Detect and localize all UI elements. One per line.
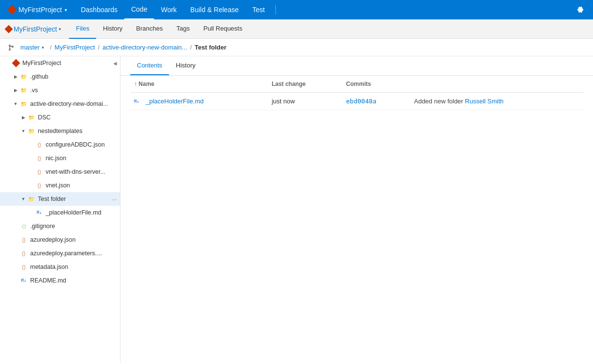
tab-tags[interactable]: Tags (169, 19, 196, 39)
tree-item-nic[interactable]: {} nic.json (0, 151, 120, 165)
tree-item-gitignore[interactable]: ⬡ .gitignore (0, 219, 120, 233)
top-nav-links: Dashboards Code Work Build & Release Tes… (74, 0, 271, 19)
placeholder-file-icon: M↓ (35, 208, 44, 217)
metadata-file-icon: {} (19, 263, 28, 271)
svg-point-1 (9, 49, 11, 50)
nav-separator (275, 5, 276, 15)
content-area: Contents History ↑ Name Last change Comm… (120, 56, 593, 363)
tab-files[interactable]: Files (69, 19, 96, 39)
azuredeploy-params-file-icon: {} (19, 249, 28, 258)
tree-item-readme[interactable]: M↓ README.md (0, 274, 120, 287)
breadcrumb-separator-2: / (98, 44, 100, 51)
branch-icon (8, 44, 15, 51)
azuredeploy-params-expand-icon (12, 249, 19, 257)
breadcrumb-project-link[interactable]: MyFirstProject (54, 44, 95, 51)
main-layout: ◀ MyFirstProject ▶ 📁 .github ▶ 📁 .vs ▼ 📁… (0, 56, 593, 363)
configureADBDC-label: configureADBDC.json (46, 141, 120, 148)
file-name-link[interactable]: M↓_placeHolderFile.md (134, 98, 264, 105)
breadcrumb-separator-1: / (50, 44, 52, 51)
branch-chevron-icon: ▾ (42, 45, 44, 50)
tab-branches[interactable]: Branches (129, 19, 169, 39)
tree-item-vs[interactable]: ▶ 📁 .vs (0, 83, 120, 97)
nav-dashboards[interactable]: Dashboards (74, 0, 124, 19)
vs-label: .vs (30, 87, 120, 94)
project-chevron-icon: ▾ (59, 27, 61, 32)
tree-root-label: MyFirstProject (22, 60, 120, 66)
nav-code[interactable]: Code (124, 0, 154, 19)
gear-icon (576, 6, 584, 14)
tree-item-active-directory[interactable]: ▼ 📁 active-directory-new-domai... (0, 97, 120, 111)
content-tab-history[interactable]: History (169, 56, 202, 75)
dsc-expand-icon: ▶ (19, 114, 27, 121)
content-tab-contents[interactable]: Contents (130, 56, 169, 75)
azuredeploy-params-label: azuredeploy.parameters.... (30, 250, 120, 257)
readme-expand-icon (12, 277, 19, 284)
tree-item-azuredeploy-params[interactable]: {} azuredeploy.parameters.... (0, 247, 120, 260)
project-dropdown-icon[interactable]: ▾ (65, 7, 67, 13)
commit-message: Added new folder (414, 98, 463, 105)
second-navigation: MyFirstProject ▾ Files History Branches … (0, 19, 593, 39)
nav-work[interactable]: Work (154, 0, 183, 19)
file-table-body: M↓_placeHolderFile.mdjust nowebd0048aAdd… (130, 93, 583, 110)
table-row: M↓_placeHolderFile.mdjust nowebd0048aAdd… (130, 93, 583, 110)
settings-button[interactable] (572, 0, 589, 19)
top-navigation: MyFirstProject ▾ Dashboards Code Work Bu… (0, 0, 593, 19)
second-nav-tabs: Files History Branches Tags Pull Request… (69, 19, 249, 39)
project-selector[interactable]: MyFirstProject ▾ (4, 0, 72, 19)
breadcrumb-current: Test folder (195, 44, 227, 51)
project-logo-icon (7, 5, 17, 15)
branch-name: master (20, 44, 40, 51)
commit-hash-link[interactable]: ebd0048a (346, 98, 377, 105)
tree-item-configureADBDC[interactable]: {} configureADBDC.json (0, 138, 120, 151)
file-commit-message-cell: Added new folder Russell Smith (410, 93, 583, 110)
branch-selector[interactable]: master ▾ (17, 43, 47, 52)
commit-author-link[interactable]: Russell Smith (465, 98, 503, 105)
nav-test[interactable]: Test (245, 0, 271, 19)
test-folder-label: Test folder (38, 196, 112, 202)
file-list-area: ↑ Name Last change Commits M↓_placeHolde… (120, 76, 593, 363)
nestedtemplates-label: nestedtemplates (38, 128, 120, 134)
metadata-label: metadata.json (30, 264, 120, 270)
col-lastchange: Last change (268, 76, 342, 93)
gitignore-file-icon: ⬡ (19, 222, 28, 231)
vnet-dns-label: vnet-with-dns-server... (46, 168, 120, 175)
tree-root[interactable]: MyFirstProject (0, 56, 120, 70)
col-name[interactable]: ↑ Name (130, 76, 268, 93)
col-message (410, 76, 583, 93)
tab-pull-requests[interactable]: Pull Requests (197, 19, 249, 39)
breadcrumb-repo-link[interactable]: active-directory-new-domain... (102, 44, 187, 51)
content-tabs: Contents History (120, 56, 593, 76)
azuredeploy-file-icon: {} (19, 235, 28, 244)
placeholder-label: _placeHolderFile.md (46, 209, 120, 216)
configureADBDC-expand-icon (27, 141, 35, 149)
tree-item-dsc[interactable]: ▶ 📁 DSC (0, 111, 120, 124)
second-nav-project-name[interactable]: MyFirstProject ▾ (14, 25, 61, 33)
file-lastchange-cell: just now (268, 93, 342, 110)
dsc-label: DSC (38, 114, 120, 121)
tab-history[interactable]: History (96, 19, 129, 39)
tree-item-placeholder-md[interactable]: M↓ _placeHolderFile.md (0, 206, 120, 219)
gitignore-expand-icon (12, 222, 19, 230)
tree-item-metadata[interactable]: {} metadata.json (0, 260, 120, 274)
breadcrumb: master ▾ / MyFirstProject / active-direc… (0, 39, 593, 56)
test-folder-icon: 📁 (27, 195, 36, 203)
nic-file-icon: {} (35, 154, 44, 163)
github-folder-icon: 📁 (19, 72, 28, 81)
vnet-dns-file-icon: {} (35, 167, 44, 176)
col-commits: Commits (342, 76, 410, 93)
tree-item-nestedtemplates[interactable]: ▼ 📁 nestedtemplates ··· (0, 124, 120, 138)
nav-build-release[interactable]: Build & Release (184, 0, 246, 19)
active-directory-expand-icon: ▼ (12, 100, 19, 108)
configureADBDC-file-icon: {} (35, 140, 44, 149)
vnet-dns-expand-icon (27, 168, 35, 176)
tree-item-vnet[interactable]: {} vnet.json (0, 179, 120, 192)
tree-item-github[interactable]: ▶ 📁 .github (0, 70, 120, 83)
test-folder-menu-icon[interactable]: ··· (112, 196, 117, 203)
active-directory-label: active-directory-new-domai... (30, 100, 120, 107)
tree-item-vnet-dns[interactable]: {} vnet-with-dns-server... (0, 165, 120, 179)
tree-item-test-folder[interactable]: ▼ 📁 Test folder ··· (0, 192, 120, 206)
tree-item-azuredeploy[interactable]: {} azuredeploy.json (0, 233, 120, 247)
nestedtemplates-folder-icon: 📁 (27, 127, 36, 135)
file-tree-sidebar: ◀ MyFirstProject ▶ 📁 .github ▶ 📁 .vs ▼ 📁… (0, 56, 120, 363)
azuredeploy-label: azuredeploy.json (30, 236, 120, 243)
